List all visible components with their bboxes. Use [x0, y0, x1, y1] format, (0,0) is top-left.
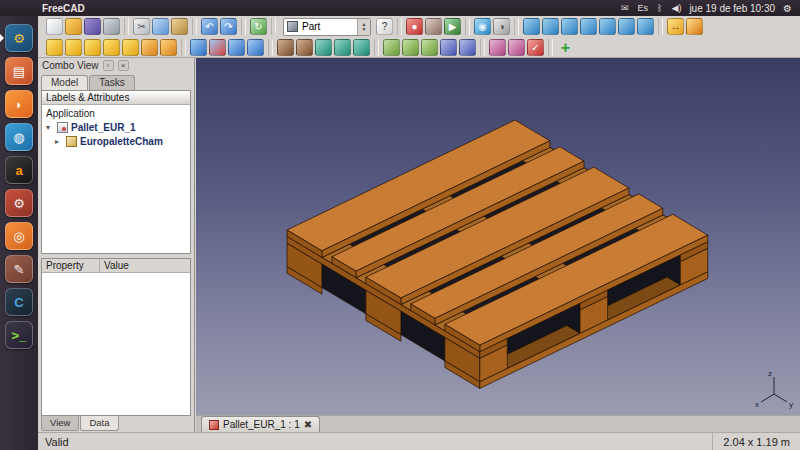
- boolean-operation-button[interactable]: [190, 39, 207, 56]
- fit-all-button[interactable]: ◉: [474, 18, 491, 35]
- check-geometry-button[interactable]: ✓: [527, 39, 544, 56]
- view-bottom-button[interactable]: [618, 18, 635, 35]
- redo-icon: ↷: [224, 22, 232, 32]
- print-button[interactable]: [103, 18, 120, 35]
- macro-execute-button[interactable]: ▶: [444, 18, 461, 35]
- launcher-item-firefox[interactable]: ◗: [5, 90, 33, 118]
- view-isometric-button[interactable]: [523, 18, 540, 35]
- keyboard-layout-indicator-icon[interactable]: Es: [638, 3, 649, 13]
- property-editor: Property Value: [41, 258, 191, 416]
- mail-indicator-icon[interactable]: ✉: [621, 3, 629, 13]
- launcher-item-file-manager[interactable]: ▤: [5, 57, 33, 85]
- volume-indicator-icon[interactable]: ◀): [671, 3, 681, 13]
- new-document-button[interactable]: [46, 18, 63, 35]
- tab-view[interactable]: View: [41, 416, 79, 431]
- workbench-selector[interactable]: Part▲▼: [283, 18, 371, 36]
- tab-tasks[interactable]: Tasks: [89, 75, 135, 90]
- macros-button[interactable]: [425, 18, 442, 35]
- expander-icon[interactable]: ▸: [55, 137, 63, 146]
- extrude-button[interactable]: [315, 39, 332, 56]
- tree-item-document[interactable]: ▾ Pallet_EUR_1: [42, 120, 190, 134]
- chamfer-button[interactable]: [402, 39, 419, 56]
- tree-item-application[interactable]: Application: [42, 106, 190, 120]
- bluetooth-indicator-icon[interactable]: ᛒ: [657, 3, 662, 13]
- macro-record-button[interactable]: ●: [406, 18, 423, 35]
- add-item-button[interactable]: +: [557, 39, 574, 56]
- whats-this-icon: ?: [382, 22, 388, 32]
- launcher-item-code-editor[interactable]: C: [5, 288, 33, 316]
- tree-body: Application ▾ Pallet_EUR_1 ▸ Europalette…: [42, 105, 190, 253]
- expander-icon[interactable]: ▾: [46, 123, 54, 132]
- property-column-header[interactable]: Property: [42, 259, 100, 272]
- unity-launcher: ⚙▤◗◍a⚙◎✎C>_: [0, 16, 38, 450]
- view-rear-button[interactable]: [599, 18, 616, 35]
- boolean-common-button[interactable]: [247, 39, 264, 56]
- toolbar-separator: [374, 39, 379, 56]
- tab-model[interactable]: Model: [41, 75, 88, 90]
- launcher-item-terminal[interactable]: >_: [5, 321, 33, 349]
- save-document-button[interactable]: [84, 18, 101, 35]
- launcher-item-freecad[interactable]: ⚙: [5, 24, 33, 52]
- tree-column-header[interactable]: Labels & Attributes: [42, 91, 190, 105]
- copy-button[interactable]: [152, 18, 169, 35]
- cut-button[interactable]: ✂: [133, 18, 150, 35]
- value-column-header[interactable]: Value: [100, 259, 190, 272]
- part-primitives-button[interactable]: [141, 39, 158, 56]
- boolean-union-button[interactable]: [228, 39, 245, 56]
- document-tab[interactable]: Pallet_EUR_1 : 1 ✖: [201, 416, 320, 432]
- view-left-button[interactable]: [637, 18, 654, 35]
- undo-button[interactable]: ↶: [201, 18, 218, 35]
- panel-close-icon[interactable]: ×: [118, 60, 129, 71]
- combo-spinner-icon[interactable]: ▲▼: [357, 19, 370, 35]
- cross-sections-button[interactable]: [296, 39, 313, 56]
- revolve-button[interactable]: [334, 39, 351, 56]
- system-settings-icon: ⚙: [13, 196, 25, 211]
- 3d-viewport[interactable]: zxy: [196, 58, 800, 415]
- paste-button[interactable]: [171, 18, 188, 35]
- redo-button[interactable]: ↷: [220, 18, 237, 35]
- session-menu-icon[interactable]: ⚙: [783, 3, 792, 14]
- measure-clear-button[interactable]: [686, 18, 703, 35]
- loft-button[interactable]: [440, 39, 457, 56]
- pallet-3d-model[interactable]: zxy: [196, 58, 800, 415]
- thickness-button[interactable]: [508, 39, 525, 56]
- ruled-surface-button[interactable]: [421, 39, 438, 56]
- view-right-button[interactable]: [580, 18, 597, 35]
- shape-builder-button[interactable]: [160, 39, 177, 56]
- macro-record-icon: ●: [411, 22, 417, 32]
- sweep-button[interactable]: [459, 39, 476, 56]
- offset-button[interactable]: [489, 39, 506, 56]
- toolbar-separator: [397, 18, 402, 35]
- fillet-button[interactable]: [383, 39, 400, 56]
- launcher-item-gimp[interactable]: ✎: [5, 255, 33, 283]
- mirror-button[interactable]: [353, 39, 370, 56]
- measure-distance-button[interactable]: ↔: [667, 18, 684, 35]
- panel-float-icon[interactable]: ▫: [103, 60, 114, 71]
- launcher-item-system-settings[interactable]: ⚙: [5, 189, 33, 217]
- part-torus-button[interactable]: [122, 39, 139, 56]
- view-front-button[interactable]: [542, 18, 559, 35]
- whats-this-button[interactable]: ?: [376, 18, 393, 35]
- macro-execute-icon: ▶: [449, 22, 457, 32]
- launcher-item-messaging-app[interactable]: ◍: [5, 123, 33, 151]
- axis-label-z: z: [768, 369, 772, 378]
- view-top-button[interactable]: [561, 18, 578, 35]
- launcher-item-blender[interactable]: ◎: [5, 222, 33, 250]
- tab-close-icon[interactable]: ✖: [304, 419, 312, 430]
- refresh-button[interactable]: ↻: [250, 18, 267, 35]
- tree-item-part[interactable]: ▸ EuropaletteCham: [42, 134, 190, 148]
- launcher-item-amazon[interactable]: a: [5, 156, 33, 184]
- status-message: Valid: [38, 436, 69, 448]
- boolean-cut-button[interactable]: [209, 39, 226, 56]
- section-button[interactable]: [277, 39, 294, 56]
- clock[interactable]: jue 19 de feb 10:30: [689, 3, 775, 14]
- draw-style-button[interactable]: ◑: [493, 18, 510, 35]
- part-sphere-button[interactable]: [84, 39, 101, 56]
- toolbar-area: ✂↶↷↻Part▲▼?●▶◉◑↔ ✓+: [38, 16, 800, 58]
- part-box-button[interactable]: [46, 39, 63, 56]
- tab-data[interactable]: Data: [80, 416, 118, 431]
- open-document-button[interactable]: [65, 18, 82, 35]
- axis-label-y: y: [789, 400, 793, 409]
- part-cone-button[interactable]: [103, 39, 120, 56]
- part-cylinder-button[interactable]: [65, 39, 82, 56]
